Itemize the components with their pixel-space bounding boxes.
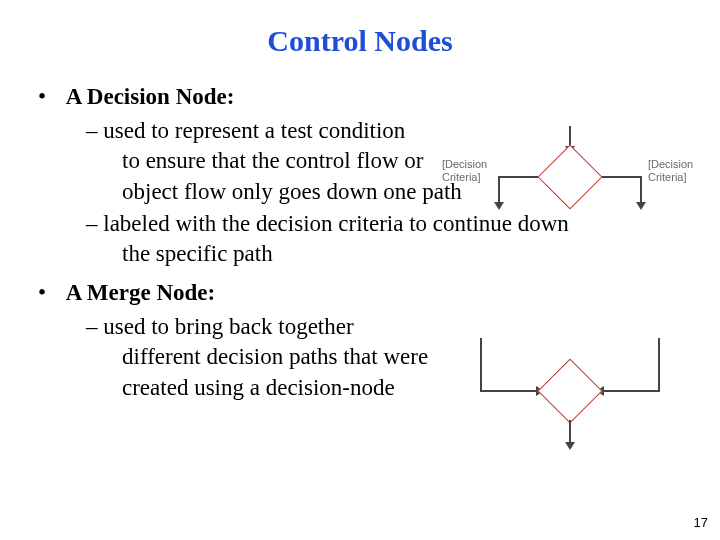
text: different decision paths that were [122,342,464,372]
diamond-icon [537,358,602,423]
text: to ensure that the control flow or [122,146,464,176]
slide-title: Control Nodes [36,24,684,58]
decision-sub-2: labeled with the decision criteria to co… [86,209,684,270]
arrow-in-right-h-icon [604,390,660,392]
merge-heading: A Merge Node: [66,280,215,305]
page-number: 17 [694,515,708,530]
arrow-left-down-icon [498,176,500,202]
text: used to represent a test condition [103,118,405,143]
arrow-left-icon [498,176,538,178]
decision-label-left: [Decision Criteria] [442,158,496,183]
decision-sub-1: used to represent a test condition to en… [86,116,464,207]
decision-node-figure: [Decision Criteria] [Decision Criteria] [440,128,700,218]
text: the specific path [122,239,684,269]
text: used to bring back together [103,314,353,339]
arrow-in-right-icon [658,338,660,390]
merge-sub-1: used to bring back together different de… [86,312,464,403]
diamond-icon [537,144,602,209]
text: object flow only goes down one path [122,177,464,207]
arrow-right-down-icon [640,176,642,202]
arrow-in-left-h-icon [480,390,536,392]
slide: Control Nodes A Decision Node: used to r… [0,0,720,540]
arrow-right-icon [602,176,642,178]
arrow-in-left-icon [480,338,482,390]
arrow-in-icon [569,126,571,146]
merge-node-figure [440,340,700,450]
text: created using a decision-node [122,373,464,403]
arrow-out-icon [569,420,571,442]
decision-label-right: [Decision Criteria] [648,158,702,183]
decision-heading: A Decision Node: [66,84,235,109]
